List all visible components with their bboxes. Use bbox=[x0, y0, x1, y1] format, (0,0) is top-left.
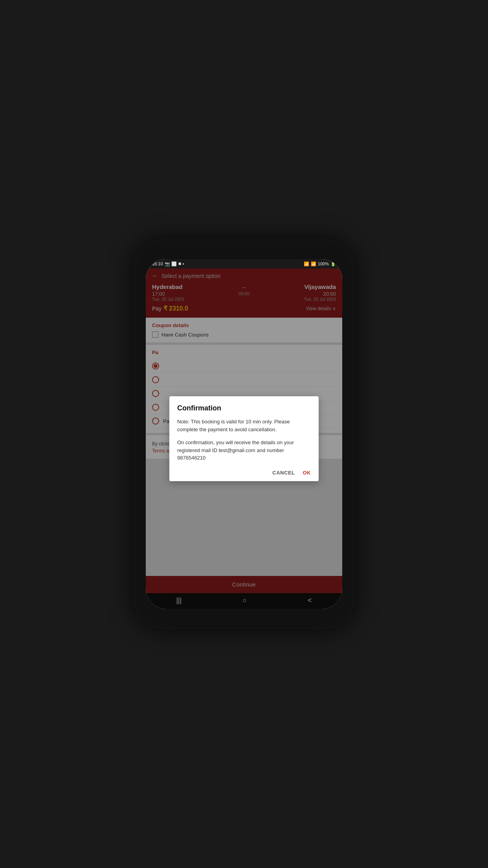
dialog-actions: CANCEL OK bbox=[177, 470, 311, 476]
dialog-paragraph-1: Note: This booking is valid for 10 min o… bbox=[177, 418, 311, 433]
status-time: 16:10 bbox=[152, 261, 163, 266]
phone-frame: 16:10 📷 ⬜ ✖ • 📶 📶 100% 🔋 ← Select a paym… bbox=[134, 239, 354, 629]
dialog-paragraph-2: On confirmation, you will receive the de… bbox=[177, 439, 311, 462]
dialog-overlay: Confirmation Note: This booking is valid… bbox=[146, 268, 342, 609]
phone-screen: 16:10 📷 ⬜ ✖ • 📶 📶 100% 🔋 ← Select a paym… bbox=[146, 259, 342, 609]
status-icons: 📷 ⬜ ✖ • bbox=[165, 261, 184, 267]
confirmation-dialog: Confirmation Note: This booking is valid… bbox=[169, 396, 319, 481]
dialog-cancel-button[interactable]: CANCEL bbox=[272, 470, 295, 476]
dialog-body: Note: This booking is valid for 10 min o… bbox=[177, 418, 311, 462]
status-bar: 16:10 📷 ⬜ ✖ • 📶 📶 100% 🔋 bbox=[146, 259, 342, 268]
dialog-title: Confirmation bbox=[177, 404, 311, 412]
dialog-ok-button[interactable]: OK bbox=[303, 470, 311, 476]
wifi-icon: 📶 bbox=[304, 261, 309, 267]
signal-icon: 📶 bbox=[311, 261, 316, 267]
app-screen: ← Select a payment option Hyderabad 17:0… bbox=[146, 268, 342, 609]
battery-level: 100% bbox=[318, 261, 329, 266]
battery-icon: 🔋 bbox=[330, 261, 336, 267]
